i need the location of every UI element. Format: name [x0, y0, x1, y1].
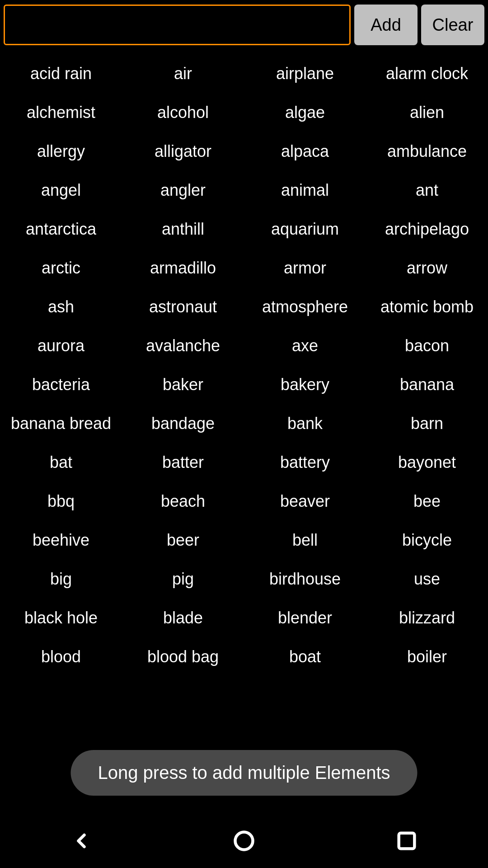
word-item[interactable]: arctic — [0, 249, 122, 288]
word-item[interactable]: allergy — [0, 132, 122, 171]
recents-nav-button[interactable] — [393, 827, 420, 854]
word-item[interactable]: ash — [0, 288, 122, 326]
word-item[interactable]: angler — [122, 171, 244, 210]
word-item[interactable]: archipelago — [366, 210, 488, 249]
word-item[interactable]: animal — [244, 171, 366, 210]
word-item[interactable]: alpaca — [244, 132, 366, 171]
word-item[interactable]: boiler — [366, 637, 488, 676]
word-item[interactable]: alcohol — [122, 93, 244, 132]
word-item[interactable]: bbq — [0, 482, 122, 521]
word-item[interactable]: banana — [366, 365, 488, 404]
word-item[interactable]: bacon — [366, 326, 488, 365]
search-input[interactable] — [4, 5, 351, 45]
word-item[interactable]: atmosphere — [244, 288, 366, 326]
word-item[interactable]: beaver — [244, 482, 366, 521]
back-nav-button[interactable] — [68, 827, 95, 854]
nav-bar — [0, 814, 488, 868]
word-item[interactable]: airplane — [244, 54, 366, 93]
word-item[interactable]: beehive — [0, 521, 122, 560]
word-item[interactable]: air — [122, 54, 244, 93]
word-item[interactable]: bank — [244, 404, 366, 443]
word-item[interactable]: blood — [0, 637, 122, 676]
word-item[interactable]: acid rain — [0, 54, 122, 93]
word-item[interactable]: aurora — [0, 326, 122, 365]
word-item[interactable]: pig — [122, 560, 244, 599]
word-item[interactable]: bicycle — [366, 521, 488, 560]
word-item[interactable]: atomic bomb — [366, 288, 488, 326]
word-item[interactable]: ambulance — [366, 132, 488, 171]
word-item[interactable]: bakery — [244, 365, 366, 404]
add-button[interactable]: Add — [354, 5, 418, 45]
word-item[interactable]: aquarium — [244, 210, 366, 249]
header: Add Clear — [0, 0, 488, 50]
word-item[interactable]: batter — [122, 443, 244, 482]
word-item[interactable]: arrow — [366, 249, 488, 288]
word-item[interactable]: baker — [122, 365, 244, 404]
word-item[interactable]: bell — [244, 521, 366, 560]
word-item[interactable]: big — [0, 560, 122, 599]
word-item[interactable]: blood bag — [122, 637, 244, 676]
word-item[interactable]: anthill — [122, 210, 244, 249]
svg-point-0 — [235, 832, 253, 850]
word-item[interactable]: antarctica — [0, 210, 122, 249]
word-item[interactable]: axe — [244, 326, 366, 365]
word-item[interactable]: ant — [366, 171, 488, 210]
word-item[interactable]: boat — [244, 637, 366, 676]
word-item[interactable]: astronaut — [122, 288, 244, 326]
word-item[interactable]: black hole — [0, 599, 122, 637]
home-nav-button[interactable] — [230, 827, 258, 854]
word-item[interactable]: alien — [366, 93, 488, 132]
word-grid: acid rainairairplanealarm clockalchemist… — [0, 50, 488, 681]
word-item[interactable]: battery — [244, 443, 366, 482]
word-item[interactable]: bee — [366, 482, 488, 521]
word-item[interactable]: bat — [0, 443, 122, 482]
word-item[interactable]: blender — [244, 599, 366, 637]
word-item[interactable]: avalanche — [122, 326, 244, 365]
word-item[interactable]: armor — [244, 249, 366, 288]
clear-button[interactable]: Clear — [421, 5, 484, 45]
word-item[interactable]: alligator — [122, 132, 244, 171]
word-item[interactable]: bandage — [122, 404, 244, 443]
word-item[interactable]: alchemist — [0, 93, 122, 132]
word-item[interactable]: armadillo — [122, 249, 244, 288]
word-item[interactable]: bacteria — [0, 365, 122, 404]
word-item[interactable]: bayonet — [366, 443, 488, 482]
word-item[interactable]: blade — [122, 599, 244, 637]
word-item[interactable]: use — [366, 560, 488, 599]
word-item[interactable]: barn — [366, 404, 488, 443]
word-item[interactable]: alarm clock — [366, 54, 488, 93]
word-item[interactable]: algae — [244, 93, 366, 132]
word-item[interactable]: banana bread — [0, 404, 122, 443]
word-item[interactable]: angel — [0, 171, 122, 210]
toast-message: Long press to add multiple Elements — [70, 750, 417, 796]
word-item[interactable]: beach — [122, 482, 244, 521]
word-item[interactable]: beer — [122, 521, 244, 560]
svg-rect-1 — [399, 833, 415, 849]
word-item[interactable]: blizzard — [366, 599, 488, 637]
word-item[interactable]: birdhouse — [244, 560, 366, 599]
